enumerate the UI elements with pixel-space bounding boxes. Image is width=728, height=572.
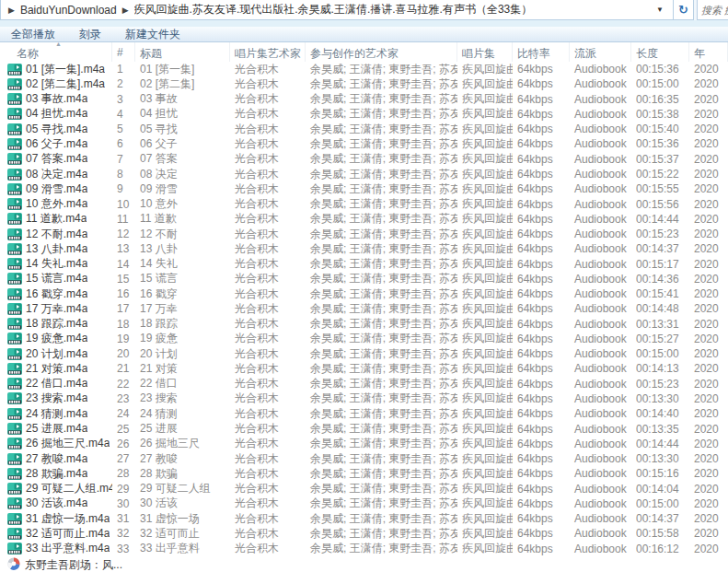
genre-cell: Audiobook — [570, 108, 631, 121]
genre-cell: Audiobook — [570, 168, 631, 181]
length-cell: 00:16:35 — [631, 93, 689, 106]
file-row[interactable]: 18 跟踪.m4a 18 18 跟踪 光合积木 余昊威; 王潇倩; 東野圭吾; … — [0, 317, 728, 332]
album-cell: 疾风回旋曲 — [457, 316, 513, 332]
album-artist-cell: 光合积木 — [230, 167, 306, 182]
bitrate-cell: 64kbps — [513, 392, 570, 405]
artists-cell: 余昊威; 王潇倩; 東野圭吾; 苏友友 — [306, 256, 457, 272]
file-row[interactable]: 29 可疑二人组.m4a 29 29 可疑二人组 光合积木 余昊威; 王潇倩; … — [0, 481, 728, 496]
year-cell: 2020 — [689, 347, 728, 360]
bitrate-cell: 64kbps — [513, 273, 570, 286]
file-row[interactable]: 01 [第一集].m4a 1 01 [第一集] 光合积木 余昊威; 王潇倩; 東… — [0, 62, 728, 76]
file-row[interactable]: 10 意外.m4a 10 10 意外 光合积木 余昊威; 王潇倩; 東野圭吾; … — [0, 196, 728, 211]
album-artist-cell: 光合积木 — [230, 241, 306, 257]
file-name-text: 17 万幸.m4a — [26, 301, 87, 317]
new-folder-button[interactable]: 新建文件夹 — [114, 27, 193, 42]
breadcrumb-folder[interactable]: 疾风回旋曲.苏友友译.现代出版社.余昊威.王潇倩.播讲.喜马拉雅.有声书（全33… — [134, 2, 533, 18]
file-row[interactable]: 14 失礼.m4a 14 14 失礼 光合积木 余昊威; 王潇倩; 東野圭吾; … — [0, 256, 728, 271]
year-cell: 2020 — [689, 93, 728, 106]
audio-file-icon — [7, 213, 22, 225]
audio-file-icon — [7, 438, 22, 449]
file-name-text: 25 进展.m4a — [26, 421, 87, 437]
audio-file-icon — [7, 243, 22, 255]
refresh-button[interactable]: ↻ — [674, 0, 694, 20]
address-dropdown-icon[interactable]: ▼ — [651, 6, 669, 14]
play-all-button[interactable]: 全部播放 — [0, 27, 68, 42]
track-number-cell: 24 — [112, 407, 135, 420]
track-number-cell: 22 — [112, 378, 135, 391]
genre-cell: Audiobook — [570, 392, 631, 405]
file-name-text: 16 戳穿.m4a — [26, 286, 87, 302]
burn-button[interactable]: 刻录 — [68, 27, 114, 42]
album-artist-cell: 光合积木 — [230, 286, 306, 302]
column-header-year[interactable]: 年 — [689, 42, 728, 62]
file-row[interactable]: 09 滑雪.m4a 9 09 滑雪 光合积木 余昊威; 王潇倩; 東野圭吾; 苏… — [0, 181, 728, 196]
file-row[interactable]: 25 进展.m4a 25 25 进展 光合积木 余昊威; 王潇倩; 東野圭吾; … — [0, 421, 728, 436]
breadcrumb[interactable]: ▶ BaiduYunDownload ▶ 疾风回旋曲.苏友友译.现代出版社.余昊… — [0, 0, 674, 20]
file-row[interactable]: 19 疲惫.m4a 19 19 疲惫 光合积木 余昊威; 王潇倩; 東野圭吾; … — [0, 332, 728, 346]
refresh-icon: ↻ — [678, 3, 688, 17]
album-cell: 疾风回旋曲 — [457, 541, 513, 556]
genre-cell: Audiobook — [570, 228, 631, 240]
file-row[interactable]: 02 [第二集].m4a 2 02 [第二集] 光合积木 余昊威; 王潇倩; 東… — [0, 76, 728, 91]
file-row[interactable]: 05 寻找.m4a 5 05 寻找 光合积木 余昊威; 王潇倩; 東野圭吾; 苏… — [0, 122, 728, 136]
file-row[interactable]: 11 道歉.m4a 11 11 道歉 光合积木 余昊威; 王潇倩; 東野圭吾; … — [0, 212, 728, 227]
file-row[interactable]: 16 戳穿.m4a 16 16 戳穿 光合积木 余昊威; 王潇倩; 東野圭吾; … — [0, 286, 728, 301]
file-row[interactable]: 17 万幸.m4a 17 17 万幸 光合积木 余昊威; 王潇倩; 東野圭吾; … — [0, 301, 728, 316]
column-header-bitrate[interactable]: 比特率 — [513, 42, 570, 62]
search-input[interactable] — [698, 0, 728, 19]
album-artist-cell: 光合积木 — [230, 421, 306, 437]
album-artist-cell: 光合积木 — [230, 346, 306, 362]
column-header-genre[interactable]: 流派 — [570, 42, 631, 62]
file-row[interactable]: 08 决定.m4a 8 08 决定 光合积木 余昊威; 王潇倩; 東野圭吾; 苏… — [0, 167, 728, 181]
column-header-length[interactable]: 长度 — [631, 42, 689, 62]
length-cell: 00:15:17 — [631, 258, 689, 271]
file-row[interactable]: 28 欺骗.m4a 28 28 欺骗 光合积木 余昊威; 王潇倩; 東野圭吾; … — [0, 466, 728, 481]
audio-file-icon — [7, 513, 22, 525]
year-cell: 2020 — [689, 333, 728, 345]
file-row[interactable]: 13 八卦.m4a 13 13 八卦 光合积木 余昊威; 王潇倩; 東野圭吾; … — [0, 241, 728, 256]
title-cell: 31 虚惊一场 — [135, 511, 230, 527]
artists-cell: 余昊威; 王潇倩; 東野圭吾; 苏友友 — [306, 526, 457, 542]
file-row[interactable]: 30 活该.m4a 30 30 活该 光合积木 余昊威; 王潇倩; 東野圭吾; … — [0, 496, 728, 511]
album-cell: 疾风回旋曲 — [457, 167, 513, 182]
file-row[interactable]: 23 搜索.m4a 23 23 搜索 光合积木 余昊威; 王潇倩; 東野圭吾; … — [0, 391, 728, 406]
column-header-artists[interactable]: 参与创作的艺术家 — [306, 42, 457, 62]
file-row[interactable]: 33 出乎意料.m4a 33 33 出乎意料 光合积木 余昊威; 王潇倩; 東野… — [0, 542, 728, 556]
column-header-track-number[interactable]: # — [112, 42, 135, 62]
genre-cell: Audiobook — [570, 198, 631, 211]
album-artist-cell: 光合积木 — [230, 301, 306, 317]
file-row[interactable]: 15 谎言.m4a 15 15 谎言 光合积木 余昊威; 王潇倩; 東野圭吾; … — [0, 272, 728, 286]
file-row[interactable]: 07 答案.m4a 7 07 答案 光合积木 余昊威; 王潇倩; 東野圭吾; 苏… — [0, 152, 728, 167]
artists-cell: 余昊威; 王潇倩; 東野圭吾; 苏友友 — [306, 301, 457, 317]
file-row[interactable]: 24 猜测.m4a 24 24 猜测 光合积木 余昊威; 王潇倩; 東野圭吾; … — [0, 406, 728, 421]
bitrate-cell: 64kbps — [513, 153, 570, 166]
breadcrumb-root[interactable]: BaiduYunDownload — [20, 4, 117, 17]
file-row-partial[interactable]: 东野圭吾剧场：风... — [0, 556, 728, 572]
column-header-album-artist[interactable]: 唱片集艺术家 — [230, 42, 306, 62]
artists-cell: 余昊威; 王潇倩; 東野圭吾; 苏友友 — [306, 76, 457, 92]
audio-file-icon — [7, 392, 22, 404]
file-row[interactable]: 20 计划.m4a 20 20 计划 光合积木 余昊威; 王潇倩; 東野圭吾; … — [0, 346, 728, 361]
file-row[interactable]: 31 虚惊一场.m4a 31 31 虚惊一场 光合积木 余昊威; 王潇倩; 東野… — [0, 511, 728, 526]
file-row[interactable]: 04 担忧.m4a 4 04 担忧 光合积木 余昊威; 王潇倩; 東野圭吾; 苏… — [0, 107, 728, 122]
artists-cell: 余昊威; 王潇倩; 東野圭吾; 苏友友 — [306, 451, 457, 467]
column-header-album[interactable]: 唱片集 — [457, 42, 513, 62]
genre-cell: Audiobook — [570, 153, 631, 166]
year-cell: 2020 — [689, 318, 728, 331]
title-cell: 05 寻找 — [135, 122, 230, 137]
file-row[interactable]: 26 掘地三尺.m4a 26 26 掘地三尺 光合积木 余昊威; 王潇倩; 東野… — [0, 437, 728, 451]
audio-file-icon — [7, 123, 22, 135]
file-row[interactable]: 12 不耐.m4a 12 12 不耐 光合积木 余昊威; 王潇倩; 東野圭吾; … — [0, 227, 728, 241]
column-header-title[interactable]: 标题 — [135, 42, 230, 62]
file-row[interactable]: 27 教唆.m4a 27 27 教唆 光合积木 余昊威; 王潇倩; 東野圭吾; … — [0, 451, 728, 466]
search-box[interactable] — [697, 0, 728, 20]
file-row[interactable]: 22 借口.m4a 22 22 借口 光合积木 余昊威; 王潇倩; 東野圭吾; … — [0, 377, 728, 391]
album-cell: 疾风回旋曲 — [457, 91, 513, 107]
file-row[interactable]: 03 事故.m4a 3 03 事故 光合积木 余昊威; 王潇倩; 東野圭吾; 苏… — [0, 92, 728, 107]
file-row[interactable]: 21 对策.m4a 21 21 对策 光合积木 余昊威; 王潇倩; 東野圭吾; … — [0, 361, 728, 376]
album-artist-cell: 光合积木 — [230, 122, 306, 137]
track-number-cell: 18 — [112, 318, 135, 331]
genre-cell: Audiobook — [570, 512, 631, 525]
file-row[interactable]: 06 父子.m4a 6 06 父子 光合积木 余昊威; 王潇倩; 東野圭吾; 苏… — [0, 136, 728, 151]
file-row[interactable]: 32 适可而止.m4a 32 32 适可而止 光合积木 余昊威; 王潇倩; 東野… — [0, 526, 728, 541]
